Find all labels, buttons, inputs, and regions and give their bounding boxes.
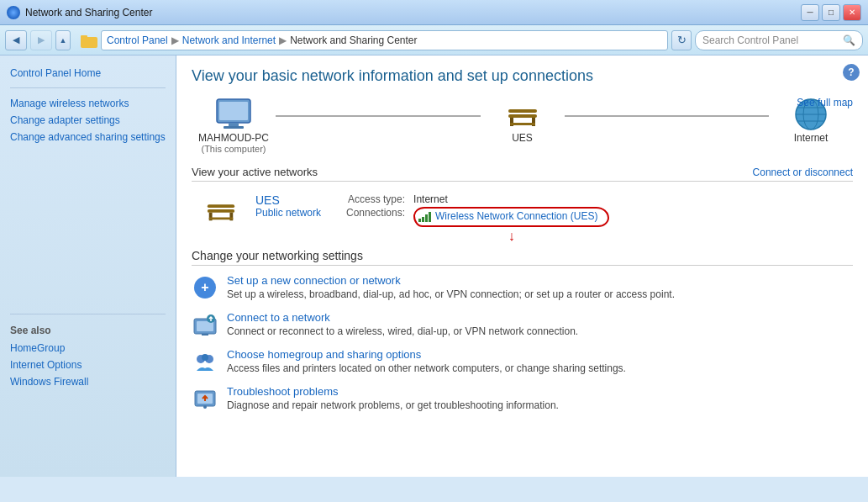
sidebar-home[interactable]: Control Panel Home: [0, 64, 176, 81]
setting-icon-3: [192, 385, 218, 412]
sidebar-divider-1: [10, 87, 166, 88]
setting-item-0: + Set up a new connection or network Set…: [192, 274, 853, 301]
net-line-2: [565, 115, 770, 117]
see-full-map-link[interactable]: See full map: [797, 97, 853, 108]
see-also-label: See also: [0, 321, 176, 340]
path-sep-2: ▶: [279, 34, 287, 46]
setting-icon-1: [192, 311, 218, 338]
address-path[interactable]: Control Panel ▶ Network and Internet ▶ N…: [101, 30, 668, 50]
svg-rect-4: [229, 123, 239, 126]
setting-link-3[interactable]: Troubleshoot problems: [227, 385, 853, 398]
svg-rect-6: [508, 114, 537, 118]
computer-icon: [213, 97, 255, 132]
setting-text-2: Choose homegroup and sharing options Acc…: [227, 348, 853, 374]
setting-desc-2: Access files and printers located on oth…: [227, 362, 626, 374]
forward-button[interactable]: ▶: [30, 30, 52, 50]
ues-label: UES: [512, 132, 533, 144]
up-button[interactable]: ▲: [55, 30, 71, 50]
setting-link-1[interactable]: Connect to a network: [227, 311, 853, 324]
access-type-value: Internet: [413, 193, 448, 205]
connections-row: Connections: Wireless Network Connection…: [329, 207, 853, 227]
setting-icon-2: [192, 348, 218, 375]
path-control-panel[interactable]: Control Panel: [107, 34, 168, 46]
change-settings-title: Change your networking settings: [192, 249, 853, 266]
connections-label: Connections:: [329, 207, 405, 219]
svg-point-33: [203, 405, 207, 409]
search-placeholder: Search Control Panel: [702, 34, 798, 46]
setting-link-0[interactable]: Set up a new connection or network: [227, 274, 853, 287]
maximize-button[interactable]: □: [822, 4, 840, 21]
net-line-1: [276, 115, 481, 117]
setting-desc-0: Set up a wireless, broadband, dial-up, a…: [227, 288, 675, 300]
network-diagram: MAHMOUD-PC (This computer) UE: [192, 97, 853, 154]
active-networks-header: View your active networks Connect or dis…: [192, 166, 853, 182]
network-type[interactable]: Public network: [255, 207, 321, 219]
svg-rect-9: [510, 123, 535, 125]
sidebar-link-wireless[interactable]: Manage wireless networks: [0, 95, 176, 112]
help-button[interactable]: ?: [843, 64, 860, 81]
svg-rect-19: [209, 218, 234, 220]
sidebar-link-firewall[interactable]: Windows Firewall: [0, 373, 176, 390]
main-layout: Control Panel Home Manage wireless netwo…: [0, 55, 868, 477]
network-details: Access type: Internet Connections:: [329, 193, 853, 229]
network-icon: [502, 97, 544, 132]
title-bar-controls: ─ □ ✕: [801, 4, 861, 21]
svg-text:+: +: [201, 280, 208, 294]
troubleshoot-icon: [192, 386, 218, 411]
connect-disconnect-link[interactable]: Connect or disconnect: [753, 166, 853, 178]
bench-icon: [201, 193, 241, 225]
sidebar-link-adapter[interactable]: Change adapter settings: [0, 112, 176, 129]
window-title: Network and Sharing Center: [25, 7, 152, 18]
new-connection-icon: +: [192, 275, 218, 300]
active-networks-title: View your active networks: [192, 166, 318, 178]
path-network-internet[interactable]: Network and Internet: [182, 34, 276, 46]
access-type-row: Access type: Internet: [329, 193, 853, 205]
svg-rect-16: [208, 209, 234, 213]
setting-text-0: Set up a new connection or network Set u…: [227, 274, 853, 300]
setting-item-3: Troubleshoot problems Diagnose and repai…: [192, 385, 853, 412]
active-network-row: UES Public network Access type: Internet…: [192, 188, 853, 234]
homegroup-icon: [192, 349, 218, 374]
sidebar: Control Panel Home Manage wireless netwo…: [0, 55, 176, 477]
title-bar: Network and Sharing Center ─ □ ✕: [0, 0, 868, 25]
svg-rect-5: [224, 126, 244, 129]
net-item-ues: UES: [481, 97, 565, 144]
network-name[interactable]: UES: [255, 193, 321, 207]
svg-point-30: [202, 354, 208, 361]
path-sep-1: ▶: [171, 34, 179, 46]
internet-label: Internet: [794, 132, 829, 144]
sidebar-link-advanced[interactable]: Change advanced sharing settings: [0, 129, 176, 145]
setting-item-2: Choose homegroup and sharing options Acc…: [192, 348, 853, 375]
computer-label: MAHMOUD-PC: [198, 132, 269, 144]
title-bar-left: Network and Sharing Center: [7, 6, 152, 19]
svg-rect-1: [81, 35, 87, 39]
refresh-button[interactable]: ↻: [671, 30, 692, 50]
minimize-button[interactable]: ─: [801, 4, 819, 21]
svg-rect-10: [508, 109, 537, 113]
back-button[interactable]: ◀: [5, 30, 27, 50]
setting-text-1: Connect to a network Connect or reconnec…: [227, 311, 853, 337]
window-icon: [7, 6, 20, 19]
change-settings-section: Change your networking settings + Set up…: [192, 249, 853, 412]
path-current: Network and Sharing Center: [290, 34, 417, 46]
setting-desc-3: Diagnose and repair network problems, or…: [227, 399, 559, 411]
search-icon[interactable]: 🔍: [843, 34, 855, 46]
content-area: ? View your basic network information an…: [176, 55, 868, 477]
access-type-label: Access type:: [329, 193, 405, 205]
search-box[interactable]: Search Control Panel 🔍: [695, 30, 863, 50]
close-button[interactable]: ✕: [843, 4, 861, 21]
folder-icon: [81, 33, 97, 48]
computer-sublabel: (This computer): [201, 144, 266, 154]
network-icon-area: [192, 193, 250, 225]
address-bar: ◀ ▶ ▲ Control Panel ▶ Network and Intern…: [0, 25, 868, 55]
sidebar-link-internet-options[interactable]: Internet Options: [0, 357, 176, 373]
setting-icon-0: +: [192, 274, 218, 301]
svg-rect-20: [208, 204, 234, 208]
setting-item-1: Connect to a network Connect or reconnec…: [192, 311, 853, 338]
sidebar-link-homegroup[interactable]: HomeGroup: [0, 340, 176, 357]
signal-icon: [418, 212, 431, 222]
svg-rect-3: [219, 102, 248, 120]
connect-network-icon: [192, 312, 218, 337]
setting-link-2[interactable]: Choose homegroup and sharing options: [227, 348, 853, 361]
connection-link[interactable]: Wireless Network Connection (UES): [435, 210, 597, 224]
